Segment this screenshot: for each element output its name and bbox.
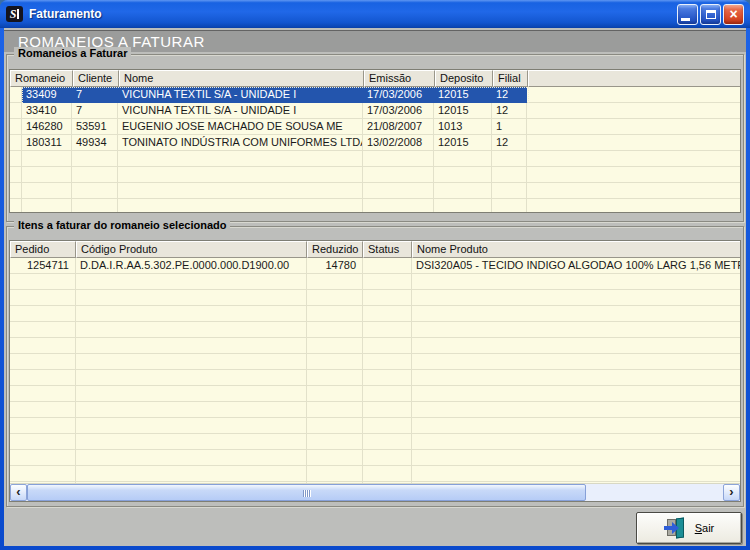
table-row[interactable]: 180311 49934 TONINATO INDÚSTRIA COM UNIF… [10,135,740,151]
column-header-emissao[interactable]: Emissão [364,70,435,87]
cell-nome-produto: DSI320A05 - TECIDO INDIGO ALGODAO 100% L… [412,258,740,274]
cell-cliente: 7 [72,87,118,103]
column-header-pedido[interactable]: Pedido [10,241,76,258]
itens-groupbox-title: Itens a faturar do romaneio selecionado [14,219,230,231]
cell-filial: 12 [492,103,527,119]
cell-deposito: 12015 [434,135,492,151]
table-row[interactable]: 1254711 D.DA.I.R.AA.5.302.PE.0000.000.D1… [10,258,740,274]
cell-filler [527,103,740,119]
scrollbar-track[interactable] [586,484,723,501]
app-window: S Faturamento × ROMANEIOS A FATURAR Roma… [0,0,750,550]
column-header-nome-produto[interactable]: Nome Produto [412,241,740,258]
form-background: ROMANEIOS A FATURAR Romaneios a Faturar … [4,28,746,546]
horizontal-scrollbar: ‹ › [10,483,740,501]
window-controls: × [677,4,744,25]
chevron-right-icon: › [729,485,733,498]
cell-filial: 1 [492,119,527,135]
row-indicator [10,87,22,103]
minimize-button[interactable] [677,4,698,25]
cell-filial: 12 [492,135,527,151]
cell-reduzido: 14780 [307,258,363,274]
row-indicator [10,103,22,119]
chevron-left-icon: ‹ [16,485,20,498]
cell-romaneio: 146280 [22,119,72,135]
empty-grid-area [10,274,740,483]
cell-romaneio: 33410 [22,103,72,119]
column-header-status[interactable]: Status [363,241,412,258]
column-header-filial[interactable]: Filial [493,70,528,87]
scroll-right-button[interactable]: › [723,484,740,501]
cell-romaneio: 180311 [22,135,72,151]
cell-cliente: 53591 [72,119,118,135]
cell-emissao: 13/02/2008 [363,135,434,151]
cell-filler [527,135,740,151]
empty-grid-area [10,151,740,212]
cell-emissao: 21/08/2007 [363,119,434,135]
cell-filler [527,87,740,103]
column-header-nome[interactable]: Nome [119,70,364,87]
scrollbar-thumb[interactable] [27,484,586,501]
cell-deposito: 12015 [434,87,492,103]
cell-emissao: 17/03/2006 [363,103,434,119]
cell-nome: TONINATO INDÚSTRIA COM UNIFORMES LTDA [118,135,363,151]
cell-pedido: 1254711 [10,258,76,274]
romaneios-groupbox-title: Romaneios a Faturar [14,47,131,59]
scroll-left-button[interactable]: ‹ [10,484,27,501]
app-logo-icon: S [6,6,23,22]
exit-button-label: Sair [695,522,715,534]
column-header-cliente[interactable]: Cliente [73,70,119,87]
itens-groupbox: Itens a faturar do romaneio selecionado … [6,226,744,507]
cell-nome: VICUNHA TEXTIL S/A - UNIDADE I [118,103,363,119]
window-title: Faturamento [29,7,102,21]
romaneios-groupbox: Romaneios a Faturar Romaneio Cliente Nom… [6,54,744,222]
column-header-reduzido[interactable]: Reduzido [307,241,363,258]
close-button[interactable]: × [723,4,744,25]
row-indicator [10,135,22,151]
table-row[interactable]: 146280 53591 EUGENIO JOSE MACHADO DE SOU… [10,119,740,135]
cell-nome: VICUNHA TEXTIL S/A - UNIDADE I [118,87,363,103]
arrow-head [672,522,679,534]
row-indicator [10,119,22,135]
column-header-deposito[interactable]: Deposito [435,70,493,87]
romaneios-grid: Romaneio Cliente Nome Emissão Deposito F… [9,69,741,213]
exit-button[interactable]: Sair [636,512,742,544]
cell-romaneio: 33409 [22,87,72,103]
cell-status [363,258,412,274]
table-row[interactable]: 33410 7 VICUNHA TEXTIL S/A - UNIDADE I 1… [10,103,740,119]
column-header-codigo-produto[interactable]: Código Produto [76,241,307,258]
title-bar[interactable]: S Faturamento × [0,0,750,28]
column-header-romaneio[interactable]: Romaneio [10,70,73,87]
cell-codigo-produto: D.DA.I.R.AA.5.302.PE.0000.000.D1900.00 [76,258,307,274]
minimize-icon [681,18,690,21]
cell-nome: EUGENIO JOSE MACHADO DE SOUSA ME [118,119,363,135]
cell-filial: 12 [492,87,527,103]
cell-deposito: 12015 [434,103,492,119]
romaneios-grid-header: Romaneio Cliente Nome Emissão Deposito F… [10,70,740,87]
itens-grid-header: Pedido Código Produto Reduzido Status No… [10,241,740,258]
table-row-selected[interactable]: 33409 7 VICUNHA TEXTIL S/A - UNIDADE I 1… [10,87,740,103]
cell-cliente: 49934 [72,135,118,151]
close-icon: × [729,7,737,21]
cell-filler [527,119,740,135]
cell-deposito: 1013 [434,119,492,135]
cell-cliente: 7 [72,103,118,119]
column-header-filler [528,70,740,87]
exit-door-icon [664,518,688,538]
maximize-button[interactable] [700,4,721,25]
itens-grid: Pedido Código Produto Reduzido Status No… [9,240,741,502]
cell-emissao: 17/03/2006 [363,87,434,103]
maximize-icon [706,10,716,19]
